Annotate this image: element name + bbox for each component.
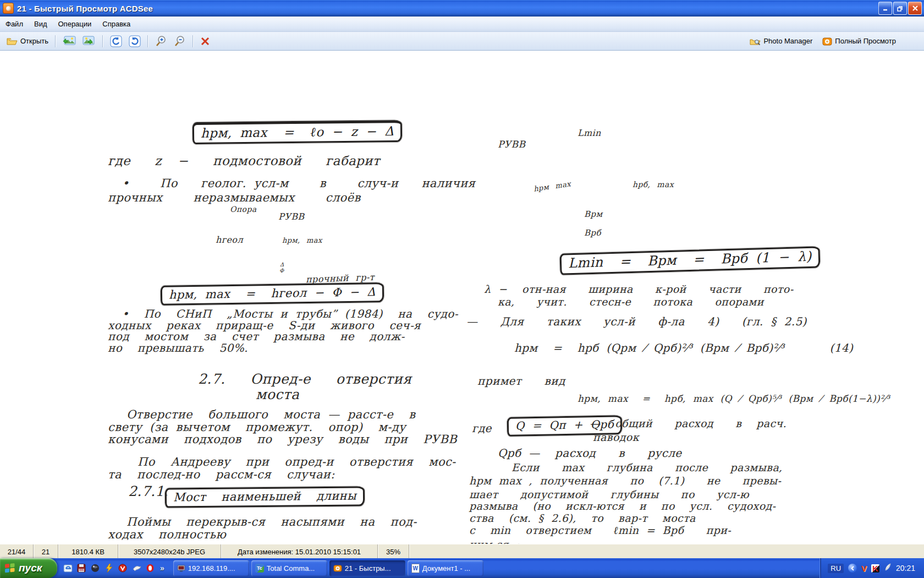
diagram2-label-lmin: Lmin [578,129,601,138]
acdsee-app-icon [3,3,14,14]
menu-help[interactable]: Справка [97,18,136,30]
hw-line: с min отверстием ℓmin = Bрб при- [469,525,731,536]
opera-o-icon[interactable] [145,563,155,573]
hw-line: Если max глубина после размыва, [512,462,783,473]
toolbar-separator [102,35,103,47]
hide-tray-icons-button[interactable] [848,564,857,572]
formula-hrm-max-clearance: hрм, max = ℓо − z − Δ [193,120,403,144]
zoom-in-button[interactable] [152,34,170,48]
full-view-camera-icon [822,37,832,46]
menu-operations[interactable]: Операции [53,18,97,30]
next-image-button[interactable] [79,35,99,48]
task-word-document[interactable]: W Документ1 - ... [408,560,483,576]
formula-hrm-max-geol: hрм, max = hгеол − Φ − Δ [161,282,384,306]
hw-line: • По геолог. усл-м в случ-и наличия [122,177,475,189]
dark-sphere-icon[interactable] [90,563,100,573]
hw-line: где z − подмостовой габарит [108,154,380,167]
formula-hrm: hрм = hрб (Qрм ⁄ Qрб)²⁄³ (Bрм ⁄ Bрб)²⁄³ … [514,342,853,354]
hw-line: примет вид [477,375,565,387]
start-button[interactable]: пуск [0,558,57,578]
diagram-label-pier: Опора [230,205,257,214]
start-label: пуск [19,562,42,574]
kaspersky-k-tray-icon[interactable]: K [871,564,879,572]
hw-line: — Для таких усл-й ф-ла 4) (гл. § 2.5) [466,316,807,328]
windows-logo-icon [4,563,15,574]
status-filename: 21 [34,544,58,559]
red-ball-icon[interactable] [118,563,128,573]
status-filesize: 1810.4 КВ [58,544,118,559]
task-label: 192.168.119.... [188,564,235,572]
toolbar-separator [55,35,56,47]
dove-icon[interactable] [131,563,141,573]
diagram2-label-brb: Bрб [584,229,601,238]
diagram2-label-brm: Bрм [584,210,603,219]
photo-manager-button[interactable]: Photo Manager [746,36,816,47]
diagram-label-delta: Δ [280,262,284,268]
feather-tray-icon[interactable] [884,563,892,574]
task-total-commander[interactable]: Tc Total Comma... [251,560,327,576]
rotate-right-button[interactable] [125,34,144,48]
task-acdsee-active[interactable]: 21 - Быстры... [329,560,405,576]
hw-line: где [472,423,492,434]
task-remote-desktop[interactable]: 192.168.119.... [173,560,249,576]
title-bar: 21 - Быстрый Просмотр ACDSee [0,0,924,17]
full-view-button[interactable]: Полный Просмотр [819,36,899,47]
clock[interactable]: 20:21 [896,564,915,572]
hw-line: ства (см. § 2.6), то вар-т моста [469,513,696,524]
word-document-icon: W [411,564,420,573]
hw-line: прочных неразмываемых слоёв [108,192,361,204]
toolbar-separator [193,35,194,47]
language-indicator[interactable]: RU [828,564,844,573]
blue-e-browser-icon[interactable] [63,563,73,573]
status-index: 21/44 [0,544,34,559]
quick-launch: » [57,563,170,573]
lightning-icon[interactable] [104,563,114,573]
status-modified-date: Дата изменения: 15.01.2010 15:15:01 [221,544,378,559]
menu-file[interactable]: Файл [0,18,29,30]
hw-line: Qрб — расход в русле [498,448,682,459]
quick-launch-overflow-chevron[interactable]: » [159,564,166,572]
status-dimensions: 3507x2480x24b JPEG [118,544,221,559]
hw-line: По Андрееву при опред-и отверстия мос- [138,456,456,468]
status-filler [409,544,924,559]
status-bar: 21/44 21 1810.4 КВ 3507x2480x24b JPEG Да… [0,544,924,559]
system-tray: RU V K 20:21 [820,558,924,578]
task-label: 21 - Быстры... [345,564,391,572]
minimize-button[interactable] [878,2,892,15]
open-button[interactable]: Открыть [3,36,52,47]
window-title: 21 - Быстрый Просмотр ACDSee [17,4,153,13]
section-heading: 2.7. Опред-е отверстия [198,372,411,386]
image-viewer-canvas: hрм, max = ℓо − z − Δ где z − подмостово… [0,51,924,544]
close-icon [912,5,919,12]
antivirus-v-tray-icon[interactable]: V [861,564,867,572]
rotate-left-button[interactable] [107,34,125,48]
diagram-label-phi: Φ [279,268,284,274]
diagram2-label-ruvv: РУВВ [498,140,525,150]
zoom-out-button[interactable] [170,34,189,48]
restore-button[interactable] [893,2,907,15]
floppy-save-icon[interactable] [76,563,86,573]
hw-line: свету (за вычетом промежут. опор) м-ду [108,421,406,433]
close-button[interactable] [908,2,922,15]
remote-desktop-icon [177,565,185,572]
menu-view[interactable]: Вид [29,18,53,30]
delete-button[interactable] [197,35,213,47]
zoom-in-icon [155,35,167,47]
diagram-label-hgeol: hгеол [216,236,243,245]
diagram-label-ruvv: РУВВ [278,212,304,222]
hw-line: Поймы перекрыв-ся насыпями на под- [127,516,417,528]
total-commander-icon: Tc [255,564,264,572]
status-zoom-level: 35% [378,544,409,559]
taskbar: пуск » 192.168.119.... Tc [0,558,924,578]
restore-icon [897,5,904,12]
previous-image-button[interactable] [59,35,79,48]
hw-line: hрм max , полученная по (7.1) не превы- [469,476,781,487]
hw-line: ходах полностью [108,528,226,541]
hw-line: конусами подходов по урезу воды при РУВВ [108,433,457,445]
photo-manager-icon [750,37,761,46]
hw-line: • По СНиП „Мосты и трубы” (1984) на судо… [122,308,458,320]
rotate-left-icon [110,35,122,47]
hw-line: размыва (но искл-ются и по усл. судоход- [469,501,776,512]
hw-line: но превышать 50%. [108,342,248,354]
open-label: Открыть [20,37,48,45]
